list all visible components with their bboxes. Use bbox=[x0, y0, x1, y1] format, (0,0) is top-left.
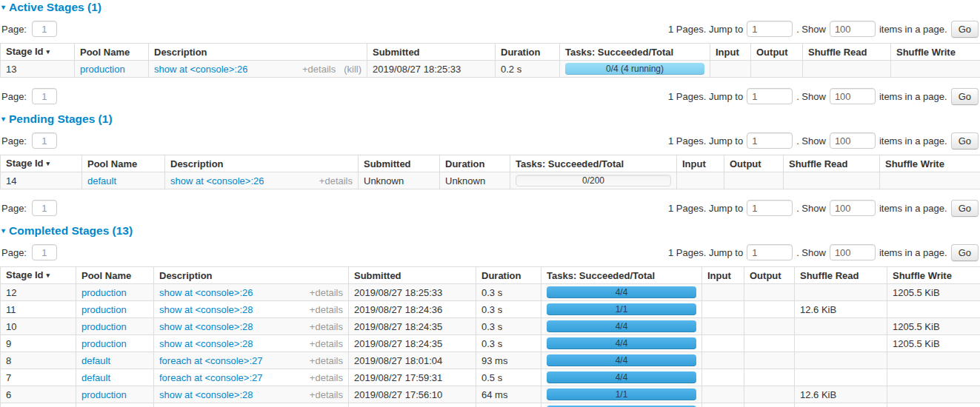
details-toggle-link[interactable]: +details bbox=[296, 64, 336, 75]
tasks-cell: 4/4 bbox=[541, 335, 702, 352]
column-header-description[interactable]: Description bbox=[149, 44, 367, 61]
tasks-progress-label: 4/4 bbox=[547, 286, 696, 298]
pool-name-link[interactable]: default bbox=[81, 355, 110, 366]
jump-to-page-input[interactable] bbox=[747, 244, 793, 260]
column-header-shuffle-read[interactable]: Shuffle Read bbox=[795, 267, 887, 284]
jump-to-page-input[interactable] bbox=[747, 21, 793, 37]
tasks-cell: 0/4 (4 running) bbox=[560, 61, 710, 78]
stage-description-link[interactable]: show at <console>:28 bbox=[159, 389, 253, 400]
column-header-pool-name[interactable]: Pool Name bbox=[82, 155, 165, 172]
pool-name-link[interactable]: default bbox=[87, 175, 116, 186]
go-button[interactable]: Go bbox=[951, 200, 979, 217]
details-toggle-link[interactable]: +details bbox=[304, 287, 343, 298]
jump-to-page-input[interactable] bbox=[747, 132, 793, 149]
items-per-page-input[interactable] bbox=[830, 88, 876, 104]
section-title-active[interactable]: ▾Active Stages (1) bbox=[1, 1, 979, 13]
duration-cell: 93 ms bbox=[476, 352, 541, 369]
items-per-page-input[interactable] bbox=[830, 200, 876, 216]
column-header-output[interactable]: Output bbox=[744, 267, 795, 284]
column-header-submitted[interactable]: Submitted bbox=[359, 155, 440, 172]
output-cell bbox=[744, 386, 795, 403]
items-per-page-input[interactable] bbox=[830, 244, 876, 260]
column-header-shuffle-write[interactable]: Shuffle Write bbox=[891, 44, 980, 61]
pool-name-link[interactable]: production bbox=[81, 304, 127, 315]
kill-stage-link[interactable]: (kill) bbox=[344, 64, 361, 75]
stage-description-link[interactable]: show at <console>:28 bbox=[159, 321, 253, 332]
go-button[interactable]: Go bbox=[951, 244, 979, 261]
column-header-tasks[interactable]: Tasks: Succeeded/Total bbox=[560, 44, 710, 61]
section-title-completed[interactable]: ▾Completed Stages (13) bbox=[1, 225, 979, 237]
details-toggle-link[interactable]: +details bbox=[304, 389, 343, 400]
column-header-submitted[interactable]: Submitted bbox=[349, 267, 476, 284]
items-per-page-input[interactable] bbox=[830, 21, 876, 37]
stage-description-link[interactable]: foreach at <console>:27 bbox=[159, 372, 263, 383]
stage-row: 8defaultforeach at <console>:27+details2… bbox=[1, 352, 980, 369]
pool-name-cell: default bbox=[76, 369, 154, 386]
submitted-cell: 2019/08/27 17:56:10 bbox=[349, 386, 476, 403]
column-header-duration[interactable]: Duration bbox=[496, 44, 560, 61]
stage-description-link[interactable]: show at <console>:28 bbox=[159, 304, 253, 315]
column-header-input[interactable]: Input bbox=[677, 155, 724, 172]
page-input[interactable] bbox=[32, 88, 57, 104]
items-per-page-input[interactable] bbox=[830, 132, 876, 149]
pool-name-link[interactable]: production bbox=[81, 287, 127, 298]
input-cell bbox=[702, 335, 744, 352]
column-header-tasks[interactable]: Tasks: Succeeded/Total bbox=[510, 155, 677, 172]
page-input[interactable] bbox=[32, 21, 57, 37]
go-button[interactable]: Go bbox=[951, 132, 979, 149]
column-header-output[interactable]: Output bbox=[751, 44, 803, 61]
shuffle-read-cell bbox=[795, 318, 887, 335]
sort-desc-icon: ▾ bbox=[47, 272, 50, 279]
page-input[interactable] bbox=[32, 200, 57, 216]
tasks-cell: 4/4 bbox=[541, 318, 702, 335]
go-button[interactable]: Go bbox=[951, 88, 979, 105]
column-header-duration[interactable]: Duration bbox=[440, 155, 510, 172]
column-header-input[interactable]: Input bbox=[710, 44, 751, 61]
column-header-shuffle-read[interactable]: Shuffle Read bbox=[784, 155, 880, 172]
column-header-shuffle-read[interactable]: Shuffle Read bbox=[803, 44, 891, 61]
column-header-input[interactable]: Input bbox=[702, 267, 744, 284]
column-header-output[interactable]: Output bbox=[724, 155, 784, 172]
column-header-description[interactable]: Description bbox=[154, 267, 349, 284]
stage-description-link[interactable]: show at <console>:26 bbox=[154, 64, 247, 75]
stage-description-link[interactable]: show at <console>:28 bbox=[159, 338, 253, 349]
shuffle-write-cell bbox=[891, 61, 980, 78]
column-header-label: Submitted bbox=[364, 158, 411, 169]
go-button[interactable]: Go bbox=[951, 21, 979, 38]
pool-name-link[interactable]: default bbox=[81, 372, 110, 383]
pool-name-link[interactable]: production bbox=[81, 338, 127, 349]
column-header-tasks[interactable]: Tasks: Succeeded/Total bbox=[541, 267, 702, 284]
pool-name-link[interactable]: production bbox=[81, 321, 127, 332]
details-toggle-link[interactable]: +details bbox=[313, 175, 353, 186]
stage-id-cell: 8 bbox=[1, 352, 76, 369]
section-title-pending[interactable]: ▾Pending Stages (1) bbox=[1, 113, 979, 125]
details-toggle-link[interactable]: +details bbox=[304, 355, 343, 366]
column-header-pool-name[interactable]: Pool Name bbox=[75, 44, 149, 61]
column-header-shuffle-write[interactable]: Shuffle Write bbox=[887, 267, 980, 284]
details-toggle-link[interactable]: +details bbox=[304, 372, 343, 383]
column-header-duration[interactable]: Duration bbox=[476, 267, 541, 284]
tasks-cell: 4/4 bbox=[541, 284, 702, 301]
column-header-label: Tasks: Succeeded/Total bbox=[516, 158, 624, 169]
stage-description-link[interactable]: foreach at <console>:27 bbox=[159, 355, 263, 366]
pool-name-link[interactable]: production bbox=[81, 389, 127, 400]
stage-description-link[interactable]: show at <console>:26 bbox=[170, 175, 264, 186]
page-input[interactable] bbox=[32, 132, 57, 149]
jump-to-page-input[interactable] bbox=[747, 200, 793, 216]
column-header-pool-name[interactable]: Pool Name bbox=[76, 267, 154, 284]
column-header-stage-id[interactable]: Stage Id▾ bbox=[1, 44, 75, 61]
column-header-stage-id[interactable]: Stage Id▾ bbox=[1, 267, 76, 284]
jump-to-page-input[interactable] bbox=[747, 88, 793, 104]
tasks-progress-label: 0/4 (4 running) bbox=[565, 63, 704, 75]
column-header-stage-id[interactable]: Stage Id▾ bbox=[1, 155, 82, 172]
pool-name-link[interactable]: production bbox=[80, 64, 125, 75]
stage-description-link[interactable]: show at <console>:26 bbox=[159, 287, 253, 298]
column-header-shuffle-write[interactable]: Shuffle Write bbox=[880, 155, 980, 172]
details-toggle-link[interactable]: +details bbox=[304, 321, 343, 332]
column-header-description[interactable]: Description bbox=[165, 155, 359, 172]
details-toggle-link[interactable]: +details bbox=[304, 304, 343, 315]
details-toggle-link[interactable]: +details bbox=[304, 338, 343, 349]
page-input[interactable] bbox=[32, 244, 57, 260]
column-header-submitted[interactable]: Submitted bbox=[367, 44, 496, 61]
pool-name-cell: production bbox=[76, 403, 154, 407]
